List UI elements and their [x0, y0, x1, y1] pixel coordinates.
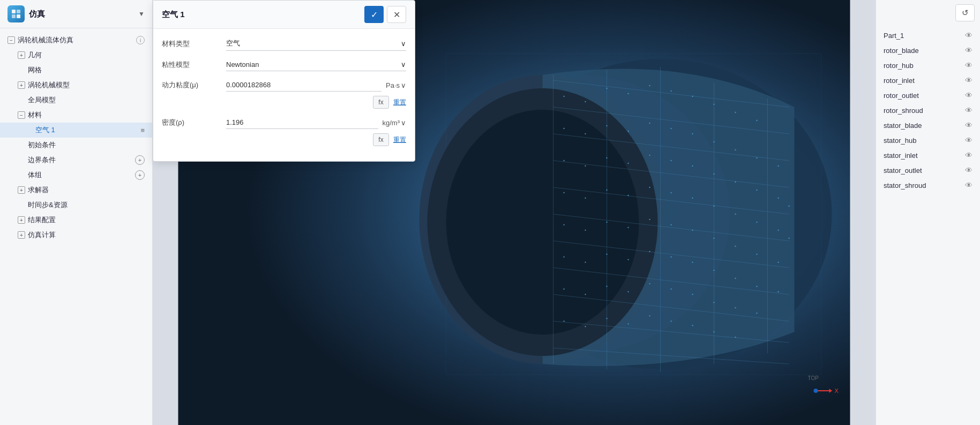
air1-menu-icon[interactable]: ≡ — [140, 126, 145, 134]
visibility-icon-rotor-outlet[interactable]: 👁 — [965, 91, 972, 100]
svg-point-40 — [627, 131, 629, 132]
visibility-icon-rotor-blade[interactable]: 👁 — [965, 46, 972, 55]
sidebar-item-time-step[interactable]: 时间步&资源 — [0, 198, 152, 212]
svg-point-77 — [670, 224, 671, 225]
part-item-rotor-inlet[interactable]: rotor_inlet 👁 — [876, 73, 980, 88]
svg-point-110 — [692, 325, 693, 326]
svg-point-86 — [627, 259, 629, 260]
add-body-group-icon[interactable]: + — [135, 170, 145, 180]
part-item-rotor-blade[interactable]: rotor_blade 👁 — [876, 43, 980, 58]
tree-label-global-model: 全局模型 — [28, 95, 145, 105]
svg-point-35 — [735, 112, 736, 113]
modal-body: 材料类型 空气 ∨ 粘性模型 Newtonian ∨ — [153, 29, 415, 161]
expand-icon-result-config[interactable]: + — [18, 216, 25, 224]
dynamic-viscosity-unit[interactable]: Pa·s ∨ — [386, 81, 406, 89]
sidebar: 仿真 ▼ − 涡轮机械流体仿真 i + 几何 网格 + 涡轮机械模型 — [0, 0, 153, 425]
part-item-stator-inlet[interactable]: stator_inlet 👁 — [876, 148, 980, 163]
svg-point-29 — [606, 88, 607, 89]
sidebar-item-solver[interactable]: + 求解器 — [0, 183, 152, 198]
visibility-icon-part1[interactable]: 👁 — [965, 31, 972, 40]
sidebar-item-sim-compute[interactable]: + 仿真计算 — [0, 227, 152, 242]
sidebar-item-initial-cond[interactable]: 初始条件 — [0, 138, 152, 153]
visibility-icon-stator-shroud[interactable]: 👁 — [965, 181, 972, 189]
svg-point-58 — [777, 198, 779, 199]
sidebar-item-result-config[interactable]: + 结果配置 — [0, 212, 152, 227]
density-actions: fx 重置 — [162, 133, 406, 146]
visibility-icon-stator-blade[interactable]: 👁 — [965, 121, 972, 130]
density-reset-button[interactable]: 重置 — [393, 135, 406, 145]
density-input[interactable] — [226, 116, 378, 129]
svg-rect-1 — [17, 10, 20, 13]
expand-icon-sim-compute[interactable]: + — [18, 231, 25, 239]
expand-icon-geometry[interactable]: + — [18, 51, 25, 59]
tree-label-body-group: 体组 — [28, 170, 132, 180]
sidebar-item-turbo-model[interactable]: + 涡轮机械模型 — [0, 78, 152, 93]
expand-icon-materials[interactable]: − — [18, 111, 25, 119]
svg-point-94 — [563, 289, 564, 290]
part-item-stator-shroud[interactable]: stator_shroud 👁 — [876, 178, 980, 193]
dynamic-viscosity-actions: fx 重置 — [162, 96, 406, 109]
svg-point-42 — [670, 128, 671, 129]
tree-label-boundary-cond: 边界条件 — [28, 155, 132, 165]
svg-point-80 — [735, 246, 736, 247]
viscosity-model-select[interactable]: Newtonian ∨ — [226, 58, 406, 71]
svg-point-66 — [692, 198, 693, 199]
visibility-icon-rotor-shroud[interactable]: 👁 — [965, 106, 972, 115]
sidebar-chevron-icon[interactable]: ▼ — [138, 10, 145, 18]
svg-point-48 — [563, 160, 564, 161]
expand-icon-solver[interactable]: + — [18, 186, 25, 194]
visibility-icon-stator-inlet[interactable]: 👁 — [965, 151, 972, 160]
svg-point-50 — [606, 157, 607, 158]
part-item-rotor-hub[interactable]: rotor_hub 👁 — [876, 58, 980, 73]
svg-point-38 — [585, 133, 586, 134]
density-fx-button[interactable]: fx — [373, 133, 389, 146]
sidebar-item-body-group[interactable]: 体组 + — [0, 168, 152, 183]
sidebar-item-materials[interactable]: − 材料 — [0, 108, 152, 123]
material-dialog: 空气 1 ✓ ✕ 材料类型 空气 ∨ 粘性模型 Newto — [153, 0, 415, 162]
svg-point-43 — [692, 133, 693, 134]
svg-point-109 — [670, 321, 671, 322]
svg-point-32 — [670, 90, 671, 92]
sidebar-item-boundary-cond[interactable]: 边界条件 + — [0, 153, 152, 168]
part-name-rotor-shroud: rotor_shroud — [884, 107, 961, 115]
part-item-rotor-outlet[interactable]: rotor_outlet 👁 — [876, 88, 980, 103]
svg-point-78 — [692, 230, 693, 231]
part-item-stator-hub[interactable]: stator_hub 👁 — [876, 133, 980, 148]
visibility-icon-rotor-inlet[interactable]: 👁 — [965, 76, 972, 85]
confirm-button[interactable]: ✓ — [364, 6, 384, 23]
sidebar-item-global-model[interactable]: 全局模型 — [0, 93, 152, 108]
refresh-button[interactable]: ↺ — [955, 4, 975, 21]
svg-point-41 — [649, 123, 650, 124]
material-type-label: 材料类型 — [162, 39, 221, 49]
svg-point-93 — [777, 291, 779, 292]
material-type-select[interactable]: 空气 ∨ — [226, 36, 406, 51]
part-item-rotor-shroud[interactable]: rotor_shroud 👁 — [876, 103, 980, 118]
svg-point-100 — [692, 294, 693, 295]
part-item-stator-blade[interactable]: stator_blade 👁 — [876, 118, 980, 133]
part-item-stator-outlet[interactable]: stator_outlet 👁 — [876, 163, 980, 178]
svg-point-61 — [585, 198, 586, 199]
dynamic-viscosity-input[interactable] — [226, 79, 381, 92]
svg-point-68 — [735, 214, 736, 215]
sidebar-item-turbo-sim[interactable]: − 涡轮机械流体仿真 i — [0, 33, 152, 48]
close-button[interactable]: ✕ — [387, 6, 406, 23]
dynamic-viscosity-label: 动力粘度(μ) — [162, 80, 221, 90]
density-unit-chevron: ∨ — [401, 119, 406, 127]
expand-icon-turbo-model[interactable]: + — [18, 81, 25, 89]
dynamic-viscosity-reset-button[interactable]: 重置 — [393, 98, 406, 107]
density-unit[interactable]: kg/m³ ∨ — [383, 119, 407, 127]
sidebar-item-air1[interactable]: 空气 1 ≡ — [0, 123, 152, 138]
svg-point-91 — [735, 278, 736, 279]
add-boundary-icon[interactable]: + — [135, 155, 145, 165]
svg-point-64 — [649, 187, 650, 188]
sidebar-item-geometry[interactable]: + 几何 — [0, 48, 152, 63]
visibility-icon-stator-outlet[interactable]: 👁 — [965, 166, 972, 174]
sidebar-item-mesh[interactable]: 网格 — [0, 63, 152, 78]
part-name-stator-blade: stator_blade — [884, 122, 961, 130]
visibility-icon-rotor-hub[interactable]: 👁 — [965, 61, 972, 70]
expand-icon-turbo-sim[interactable]: − — [8, 36, 15, 44]
part-item-part1[interactable]: Part_1 👁 — [876, 28, 980, 43]
dynamic-viscosity-fx-button[interactable]: fx — [373, 96, 389, 109]
visibility-icon-stator-hub[interactable]: 👁 — [965, 136, 972, 145]
svg-point-59 — [788, 206, 789, 207]
